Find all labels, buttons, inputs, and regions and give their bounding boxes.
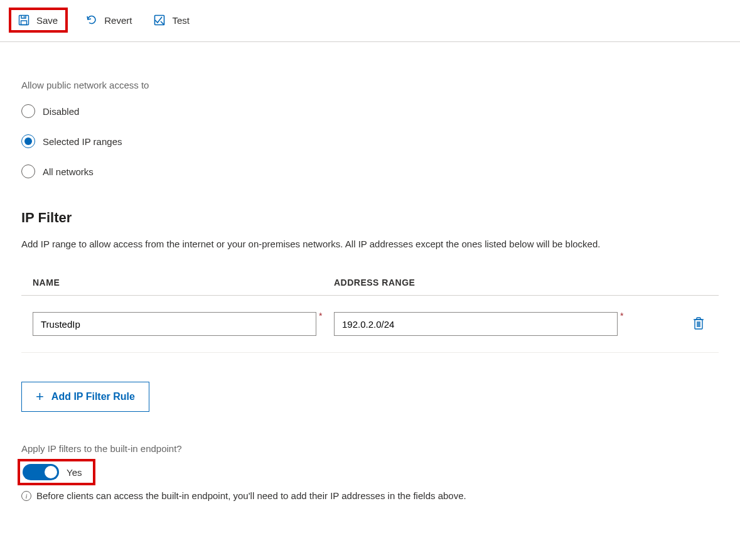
radio-circle: [21, 164, 35, 178]
main-content: Allow public network access to Disabled …: [0, 42, 740, 520]
cell-address: *: [334, 312, 671, 336]
radio-all-networks[interactable]: All networks: [21, 164, 719, 178]
revert-label: Revert: [104, 15, 132, 26]
plus-icon: +: [36, 390, 44, 404]
network-access-radio-group: Disabled Selected IP ranges All networks: [21, 104, 719, 178]
ip-filter-table: NAME ADDRESS RANGE * *: [21, 277, 719, 353]
toggle-value-label: Yes: [67, 467, 82, 478]
save-icon: [18, 14, 30, 26]
table-row: * *: [21, 296, 719, 353]
network-access-label: Allow public network access to: [21, 80, 719, 90]
radio-label: Disabled: [43, 106, 79, 117]
toolbar: Save Revert Test: [0, 0, 740, 42]
col-header-address: ADDRESS RANGE: [334, 277, 707, 288]
apply-builtin-section: Apply IP filters to the built-in endpoin…: [21, 443, 719, 501]
ip-filter-heading: IP Filter: [21, 210, 719, 226]
radio-disabled[interactable]: Disabled: [21, 104, 719, 118]
required-marker: *: [620, 311, 623, 321]
add-ip-filter-rule-button[interactable]: + Add IP Filter Rule: [21, 382, 149, 412]
trash-icon: [692, 323, 705, 332]
save-highlight: Save: [9, 8, 68, 33]
name-input[interactable]: [33, 312, 316, 336]
test-label: Test: [172, 15, 190, 26]
apply-builtin-label: Apply IP filters to the built-in endpoin…: [21, 443, 719, 454]
save-button[interactable]: Save: [14, 11, 62, 29]
apply-toggle-highlight: Yes: [18, 459, 95, 485]
ip-filter-description: Add IP range to allow access from the in…: [21, 239, 719, 249]
revert-button[interactable]: Revert: [82, 11, 136, 29]
info-row: i Before clients can access the built-in…: [21, 490, 719, 501]
info-text: Before clients can access the built-in e…: [36, 490, 466, 501]
revert-icon: [85, 14, 98, 26]
table-header: NAME ADDRESS RANGE: [21, 277, 719, 296]
toggle-knob: [45, 466, 57, 478]
info-icon: i: [21, 491, 31, 501]
address-input[interactable]: [334, 312, 618, 336]
apply-builtin-toggle[interactable]: [23, 464, 59, 480]
cell-name: *: [33, 312, 334, 336]
test-icon: [153, 14, 166, 26]
radio-circle: [21, 134, 35, 148]
radio-label: Selected IP ranges: [43, 136, 122, 147]
radio-label: All networks: [43, 166, 94, 177]
save-label: Save: [36, 15, 58, 26]
col-header-name: NAME: [33, 277, 334, 288]
cell-actions: [690, 314, 707, 335]
svg-point-4: [164, 24, 164, 25]
radio-circle: [21, 104, 35, 118]
add-rule-label: Add IP Filter Rule: [51, 391, 135, 402]
required-marker: *: [319, 311, 322, 321]
radio-selected-ip-ranges[interactable]: Selected IP ranges: [21, 134, 719, 148]
test-button[interactable]: Test: [149, 11, 193, 29]
svg-rect-1: [21, 21, 27, 25]
delete-row-button[interactable]: [690, 314, 707, 335]
